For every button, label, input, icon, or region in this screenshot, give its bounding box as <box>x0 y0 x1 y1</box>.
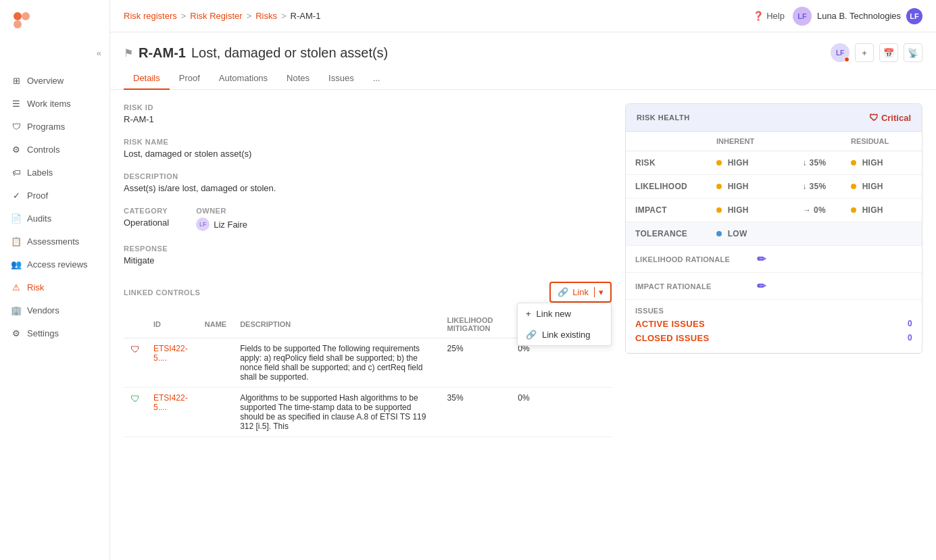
dot-high-icon5 <box>851 207 856 213</box>
tabs: Details Proof Automations Notes Issues .… <box>110 68 936 90</box>
shield-green-icon: 🛡 <box>130 393 140 404</box>
breadcrumb-current: R-AM-1 <box>291 11 321 21</box>
sidebar-item-risk[interactable]: ⚠ Risk <box>0 276 109 299</box>
owner-label: OWNER <box>196 207 247 215</box>
sidebar-collapse-btn[interactable]: « <box>0 43 109 63</box>
sidebar: « ⊞ Overview ☰ Work items 🛡 Programs ⚙ C… <box>0 0 110 560</box>
users-icon: 👥 <box>11 259 22 270</box>
file-icon: 📄 <box>11 213 22 224</box>
link-existing-icon: 🔗 <box>526 330 537 340</box>
link-new-option[interactable]: + Link new <box>518 303 611 324</box>
calendar-button[interactable]: 📅 <box>879 43 898 62</box>
link-chain-icon: 🔗 <box>558 287 568 297</box>
plus-icon: + <box>526 309 531 319</box>
row2-id: ETSI422-5.... <box>147 388 198 437</box>
col-residual: RESIDUAL <box>841 132 922 151</box>
sidebar-item-assessments[interactable]: 📋 Assessments <box>0 230 109 253</box>
response-value: Mitigate <box>124 255 612 265</box>
edit-impact-icon[interactable]: ✏ <box>757 280 766 292</box>
likelihood-residual-val: High <box>841 175 922 199</box>
breadcrumb-sep-2: > <box>247 11 252 21</box>
field-category: CATEGORY Operational <box>124 207 169 231</box>
likelihood-inherent-val: High <box>707 175 787 199</box>
likelihood-change-val: ↓ 35% <box>787 175 841 199</box>
issues-row: ISSUES Active issues 0 Closed issues 0 <box>626 300 922 353</box>
main-content: Risk registers > Risk Register > Risks >… <box>110 0 936 560</box>
risk-health-panel: RISK HEALTH 🛡 Critical INHERENT RESIDUAL <box>625 103 922 546</box>
category-value: Operational <box>124 218 169 228</box>
sidebar-item-vendors[interactable]: 🏢 Vendors <box>0 299 109 322</box>
breadcrumb-risks[interactable]: Risks <box>255 11 277 21</box>
col-name: NAME <box>198 311 233 338</box>
tab-notes[interactable]: Notes <box>277 68 319 90</box>
page-actions: LF + 📅 📡 <box>831 43 922 62</box>
likelihood-label: LIKELIHOOD <box>626 175 707 199</box>
risk-health-header: RISK HEALTH 🛡 Critical <box>626 104 922 132</box>
risk-card: RISK HEALTH 🛡 Critical INHERENT RESIDUAL <box>625 103 922 354</box>
sidebar-item-audits[interactable]: 📄 Audits <box>0 207 109 230</box>
add-button[interactable]: + <box>855 43 874 62</box>
tolerance-label: TOLERANCE <box>626 222 707 246</box>
risk-name-label: RISK NAME <box>124 138 612 146</box>
link-existing-option[interactable]: 🔗 Link existing <box>518 324 611 345</box>
sidebar-item-controls[interactable]: ⚙ Controls <box>0 138 109 161</box>
shield-programs-icon: 🛡 <box>11 121 22 132</box>
dot-low-icon <box>716 231 722 236</box>
category-label: CATEGORY <box>124 207 169 215</box>
tolerance-row: TOLERANCE Low <box>626 222 922 246</box>
help-circle-icon: ❓ <box>753 11 764 21</box>
sidebar-item-work-items[interactable]: ☰ Work items <box>0 92 109 115</box>
sidebar-item-programs[interactable]: 🛡 Programs <box>0 115 109 138</box>
risk-inherent-val: High <box>707 151 787 175</box>
sidebar-item-overview[interactable]: ⊞ Overview <box>0 69 109 92</box>
sidebar-item-proof[interactable]: ✓ Proof <box>0 184 109 207</box>
svg-point-1 <box>22 12 30 20</box>
col-metric <box>626 132 707 151</box>
sidebar-item-labels[interactable]: 🏷 Labels <box>0 161 109 184</box>
page-title: R-AM-1 <box>139 45 186 61</box>
tab-automations[interactable]: Automations <box>210 68 277 90</box>
help-button[interactable]: ❓ Help <box>753 11 785 21</box>
breadcrumb-sep-1: > <box>181 11 187 21</box>
rss-button[interactable]: 📡 <box>904 43 922 62</box>
edit-likelihood-icon[interactable]: ✏ <box>757 253 766 265</box>
risk-row: RISK High ↓ 35% High <box>626 151 922 175</box>
avatar: LF <box>793 7 812 26</box>
col-icon <box>124 311 147 338</box>
breadcrumb-risk-registers[interactable]: Risk registers <box>124 11 177 21</box>
closed-issues-count: 0 <box>908 333 912 346</box>
likelihood-rationale-row: LIKELIHOOD RATIONALE ✏ <box>626 246 922 273</box>
svg-point-0 <box>14 12 22 20</box>
col-inherent: INHERENT <box>707 132 787 151</box>
link-dropdown-menu: + Link new 🔗 Link existing <box>517 303 612 346</box>
col-change <box>787 132 841 151</box>
topbar: Risk registers > Risk Register > Risks >… <box>110 0 936 32</box>
tab-more[interactable]: ... <box>364 68 390 90</box>
row2-likelihood: 35% <box>441 388 512 437</box>
breadcrumb-risk-register[interactable]: Risk Register <box>190 11 242 21</box>
dot-high-residual-icon <box>851 160 856 166</box>
category-owner-row: CATEGORY Operational OWNER LF Liz Faire <box>124 207 612 245</box>
tab-details[interactable]: Details <box>124 68 170 90</box>
active-issues-count: 0 <box>908 319 912 332</box>
sidebar-item-access-reviews[interactable]: 👥 Access reviews <box>0 253 109 276</box>
row2-id-link[interactable]: ETSI422-5.... <box>153 393 188 412</box>
risk-metrics-table: INHERENT RESIDUAL RISK High ↓ 35 <box>626 132 922 246</box>
critical-badge: 🛡 Critical <box>869 112 911 123</box>
tab-proof[interactable]: Proof <box>170 68 210 90</box>
link-button[interactable]: 🔗 Link ▾ <box>549 282 612 303</box>
col-likelihood: LIKELIHOOD MITIGATION <box>441 311 512 338</box>
dot-high-icon <box>716 160 722 166</box>
svg-point-2 <box>14 20 22 28</box>
impact-inherent-val: High <box>707 199 787 222</box>
gear-icon: ⚙ <box>11 328 22 338</box>
sidebar-item-settings[interactable]: ⚙ Settings <box>0 322 109 345</box>
issues-table: ISSUES Active issues 0 Closed issues 0 <box>626 300 922 353</box>
field-risk-id: RISK ID R-AM-1 <box>124 103 612 124</box>
active-issues-link[interactable]: Active issues <box>635 319 705 329</box>
sliders-icon: ⚙ <box>11 144 22 155</box>
row1-id-link[interactable]: ETSI422-5.... <box>153 344 188 363</box>
row2-name <box>198 388 233 437</box>
closed-issues-link[interactable]: Closed issues <box>635 333 709 343</box>
tab-issues[interactable]: Issues <box>319 68 364 90</box>
